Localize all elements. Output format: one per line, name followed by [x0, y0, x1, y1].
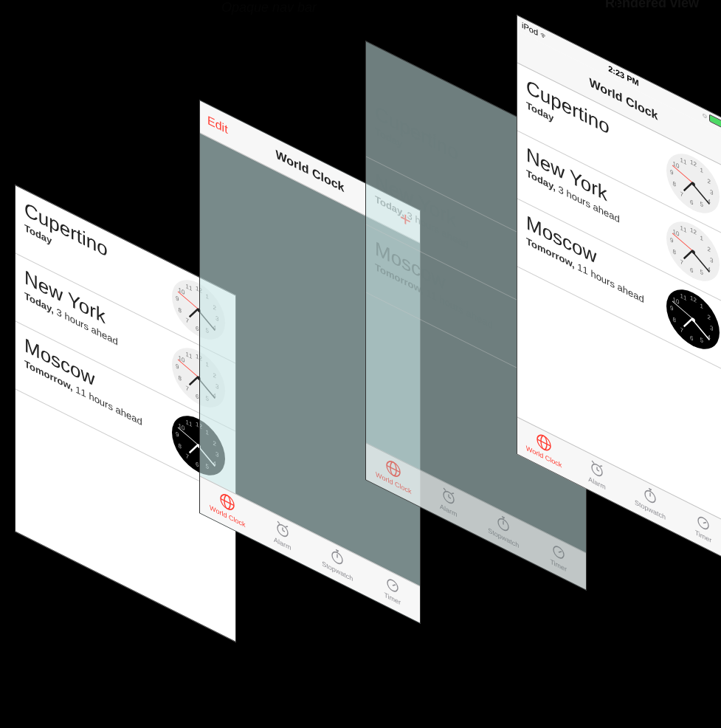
svg-line-5	[283, 530, 285, 532]
arrow-rendered	[616, 0, 618, 15]
svg-line-27	[559, 550, 562, 554]
svg-line-41	[703, 521, 706, 525]
bluetooth-icon: ⌾	[703, 110, 707, 120]
svg-line-13	[393, 583, 396, 587]
arrow-view	[446, 4, 448, 42]
arrow-content-head	[154, 609, 163, 618]
tab-stopwatch[interactable]: Stopwatch	[310, 532, 365, 595]
arrow-view-head	[442, 41, 451, 49]
arrow-background-head	[424, 605, 432, 614]
diagram-stage: Opaque nav bar Rendered view CupertinoTo…	[0, 0, 721, 728]
tab-stopwatch[interactable]: Stopwatch	[476, 498, 531, 562]
svg-line-19	[449, 497, 451, 498]
tab-timer[interactable]: Timer	[531, 526, 587, 589]
arrow-background	[428, 613, 430, 694]
tab-timer[interactable]: Timer	[365, 559, 421, 622]
label-opaque-nav: Opaque nav bar	[221, 0, 317, 16]
arrow-nav	[277, 13, 278, 91]
svg-line-33	[597, 470, 599, 472]
svg-line-6	[277, 521, 280, 524]
arrow-rendered-head	[612, 13, 621, 22]
svg-line-20	[444, 488, 446, 491]
tab-alarm[interactable]: Alarm	[421, 471, 477, 535]
tab-alarm[interactable]: Alarm	[255, 504, 311, 568]
svg-line-34	[592, 461, 594, 464]
arrow-nav-head	[272, 89, 281, 97]
label-rendered: Rendered view	[605, 0, 699, 11]
arrow-content	[159, 617, 160, 698]
